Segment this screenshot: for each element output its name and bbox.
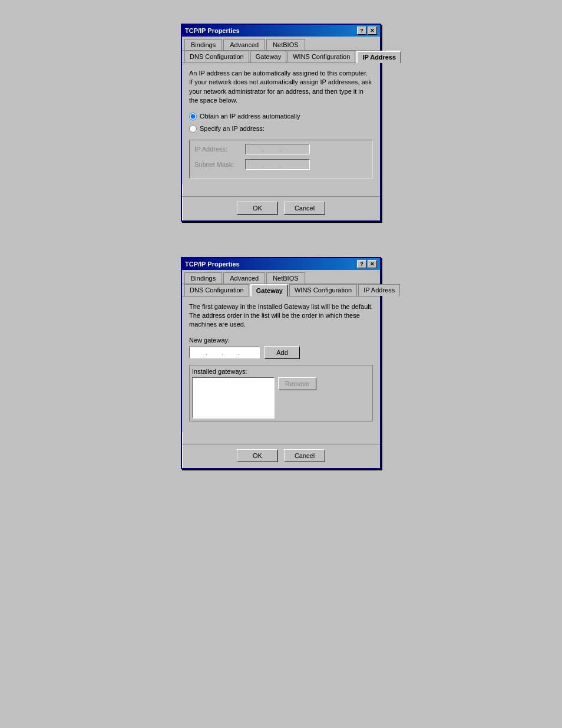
radio-specify-1[interactable] [189, 125, 197, 133]
new-gateway-label: New gateway: [189, 337, 373, 344]
tab-row-bottom-2: DNS Configuration Gateway WINS Configura… [182, 284, 380, 297]
help-button-2[interactable]: ? [357, 260, 366, 268]
dialog2-content: The first gateway in the Installed Gatew… [182, 297, 380, 432]
ip-octet-1[interactable] [248, 146, 261, 153]
ip-address-row: IP Address: . . [194, 144, 368, 154]
dialog1-footer: OK Cancel [182, 196, 380, 220]
specify-ip-group: IP Address: . . Subnet Mask: . . [189, 140, 373, 179]
radio-group-1: Obtain an IP address automatically Speci… [189, 113, 373, 133]
remove-button-2[interactable]: Remove [278, 377, 316, 390]
help-button-1[interactable]: ? [357, 27, 366, 35]
tab-bindings-1[interactable]: Bindings [184, 39, 222, 50]
subnet-octet-1[interactable] [248, 161, 261, 168]
cancel-button-2[interactable]: Cancel [284, 449, 325, 462]
subnet-octet-2[interactable] [265, 161, 278, 168]
installed-gateways-group: Installed gateways: Remove [189, 365, 373, 421]
ok-button-2[interactable]: OK [237, 449, 278, 462]
subnet-mask-label: Subnet Mask: [194, 161, 242, 168]
cancel-button-1[interactable]: Cancel [284, 202, 325, 215]
radio-auto-1[interactable] [189, 113, 197, 120]
title-bar-buttons-2: ? ✕ [357, 260, 377, 268]
tab-ipaddress-2[interactable]: IP Address [358, 284, 400, 296]
tab-advanced-1[interactable]: Advanced [223, 39, 265, 50]
dialog2-title: TCP/IP Properties [185, 261, 240, 268]
tab-dns-1[interactable]: DNS Configuration [184, 51, 249, 62]
tab-gateway-1[interactable]: Gateway [250, 51, 286, 62]
add-button-2[interactable]: Add [265, 346, 300, 359]
dialog1-title: TCP/IP Properties [185, 27, 240, 34]
tab-ipaddress-1[interactable]: IP Address [356, 51, 401, 63]
tab-netbios-2[interactable]: NetBIOS [266, 272, 305, 284]
dialog1-content: An IP address can be automatically assig… [182, 63, 380, 185]
installed-gateways-list[interactable] [192, 377, 275, 419]
tab-advanced-2[interactable]: Advanced [223, 272, 265, 284]
dialog2: TCP/IP Properties ? ✕ Bindings Advanced … [181, 257, 381, 469]
close-button-2[interactable]: ✕ [368, 260, 377, 268]
tab-row-top-2: Bindings Advanced NetBIOS [182, 270, 380, 284]
installed-gateways-label: Installed gateways: [192, 368, 370, 375]
subnet-octet-3[interactable] [282, 161, 295, 168]
tab-row-top-1: Bindings Advanced NetBIOS [182, 37, 380, 51]
tab-row-bottom-1: DNS Configuration Gateway WINS Configura… [182, 51, 380, 63]
new-gateway-input[interactable]: . . . [189, 347, 260, 358]
subnet-mask-input[interactable]: . . [245, 159, 310, 170]
tab-netbios-1[interactable]: NetBIOS [266, 39, 305, 50]
tab-wins-2[interactable]: WINS Configuration [289, 284, 357, 296]
ip-octet-3[interactable] [282, 146, 295, 153]
subnet-mask-row: Subnet Mask: . . [194, 159, 368, 170]
title-bar-1: TCP/IP Properties ? ✕ [182, 25, 380, 37]
title-bar-2: TCP/IP Properties ? ✕ [182, 258, 380, 270]
title-bar-buttons-1: ? ✕ [357, 27, 377, 35]
installed-inner: Remove [192, 377, 370, 419]
tab-bindings-2[interactable]: Bindings [184, 272, 222, 284]
close-button-1[interactable]: ✕ [368, 27, 377, 35]
ip-octet-2[interactable] [265, 146, 278, 153]
tab-dns-2[interactable]: DNS Configuration [184, 284, 249, 296]
dialog2-footer: OK Cancel [182, 444, 380, 468]
tab-wins-1[interactable]: WINS Configuration [287, 51, 355, 62]
tab-gateway-2[interactable]: Gateway [250, 284, 288, 297]
new-gateway-row: . . . Add [189, 346, 373, 359]
description-text-2: The first gateway in the Installed Gatew… [189, 302, 373, 330]
ok-button-1[interactable]: OK [237, 202, 278, 215]
description-text-1: An IP address can be automatically assig… [189, 69, 373, 106]
radio-specify-label[interactable]: Specify an IP address: [189, 125, 373, 133]
ip-address-input[interactable]: . . [245, 144, 310, 154]
ip-address-label: IP Address: [194, 146, 242, 153]
dialog1: TCP/IP Properties ? ✕ Bindings Advanced … [181, 24, 381, 222]
radio-auto-label[interactable]: Obtain an IP address automatically [189, 113, 373, 120]
